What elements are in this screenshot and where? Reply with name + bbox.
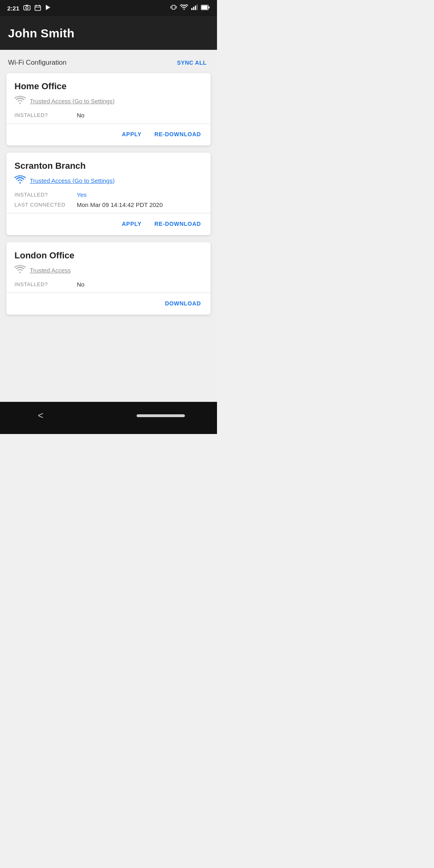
last-connected-row-scranton-branch: LAST CONNECTEDMon Mar 09 14:14:42 PDT 20… [14, 201, 203, 208]
card-actions-london-office: DOWNLOAD [14, 293, 203, 315]
wifi-card-london-office: London Office Trusted AccessINSTALLED?No… [6, 242, 211, 315]
svg-rect-3 [35, 6, 41, 10]
wifi-row-scranton-branch: Trusted Access (Go to Settings) [14, 175, 203, 186]
card-title-london-office: London Office [14, 250, 203, 261]
calendar-icon [35, 4, 41, 12]
page-title: John Smith [8, 27, 209, 40]
status-bar: 2:21 [0, 0, 217, 16]
svg-rect-14 [197, 4, 198, 10]
installed-row-home-office: INSTALLED?No [14, 112, 203, 119]
main-content: Wi-Fi Configuration SYNC ALL Home Office… [0, 50, 217, 402]
play-icon [45, 4, 51, 12]
svg-rect-11 [191, 8, 192, 10]
status-time: 2:21 [7, 5, 19, 12]
card-actions-home-office: APPLYRE-DOWNLOAD [14, 124, 203, 145]
installed-label-scranton-branch: INSTALLED? [14, 192, 77, 198]
card-actions-scranton-branch: APPLYRE-DOWNLOAD [14, 213, 203, 235]
back-button[interactable]: < [32, 407, 49, 424]
installed-value-scranton-branch: Yes [77, 191, 86, 198]
battery-icon [201, 4, 210, 12]
wifi-link-london-office: Trusted Access [30, 267, 71, 274]
wifi-link-scranton-branch[interactable]: Trusted Access (Go to Settings) [30, 177, 115, 184]
wifi-card-home-office: Home Office Trusted Access (Go to Settin… [6, 73, 211, 145]
svg-rect-2 [26, 5, 28, 6]
redownload-button-scranton-branch[interactable]: RE-DOWNLOAD [153, 219, 203, 229]
signal-icon [191, 4, 198, 12]
apply-button-scranton-branch[interactable]: APPLY [120, 219, 143, 229]
svg-rect-17 [209, 6, 210, 8]
wifi-card-scranton-branch: Scranton Branch Trusted Access (Go to Se… [6, 153, 211, 235]
download-button-london-office[interactable]: DOWNLOAD [163, 299, 203, 308]
installed-row-scranton-branch: INSTALLED?Yes [14, 191, 203, 198]
last-connected-label-scranton-branch: LAST CONNECTED [14, 202, 77, 208]
installed-row-london-office: INSTALLED?No [14, 281, 203, 288]
installed-label-london-office: INSTALLED? [14, 281, 77, 287]
photo-icon [23, 4, 31, 12]
svg-rect-13 [195, 6, 196, 10]
installed-label-home-office: INSTALLED? [14, 112, 77, 118]
wifi-status-icon [180, 4, 188, 12]
sync-all-button[interactable]: SYNC ALL [175, 58, 209, 68]
svg-rect-8 [172, 5, 175, 9]
svg-rect-0 [24, 6, 30, 10]
wifi-icon-home-office [14, 96, 26, 106]
apply-button-home-office[interactable]: APPLY [120, 129, 143, 139]
wifi-row-home-office: Trusted Access (Go to Settings) [14, 96, 203, 106]
installed-value-london-office: No [77, 281, 84, 288]
home-pill[interactable] [137, 414, 185, 417]
wifi-config-title: Wi-Fi Configuration [8, 59, 67, 67]
wifi-row-london-office: Trusted Access [14, 265, 203, 275]
svg-rect-12 [193, 7, 194, 10]
vibrate-icon [170, 4, 177, 12]
bottom-nav-bar: < [0, 402, 217, 434]
header: John Smith [0, 16, 217, 50]
wifi-link-home-office: Trusted Access (Go to Settings) [30, 98, 115, 104]
redownload-button-home-office[interactable]: RE-DOWNLOAD [153, 129, 203, 139]
cards-container: Home Office Trusted Access (Go to Settin… [0, 73, 217, 315]
wifi-icon-scranton-branch [14, 175, 26, 186]
card-title-home-office: Home Office [14, 81, 203, 92]
status-bar-right [170, 4, 210, 12]
svg-point-1 [26, 7, 28, 9]
section-header: Wi-Fi Configuration SYNC ALL [0, 50, 217, 73]
installed-value-home-office: No [77, 112, 84, 119]
wifi-icon-london-office [14, 265, 26, 275]
svg-marker-7 [46, 5, 50, 10]
status-bar-left: 2:21 [7, 4, 51, 12]
svg-rect-16 [202, 6, 208, 10]
last-connected-value-scranton-branch: Mon Mar 09 14:14:42 PDT 2020 [77, 201, 163, 208]
card-title-scranton-branch: Scranton Branch [14, 161, 203, 171]
